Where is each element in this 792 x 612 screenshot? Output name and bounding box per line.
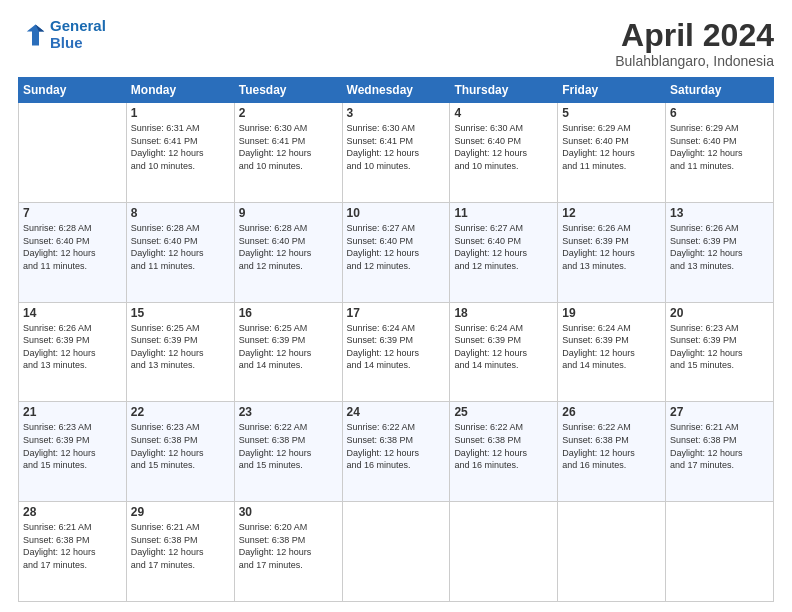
day-info: Sunrise: 6:30 AM Sunset: 6:40 PM Dayligh… xyxy=(454,122,553,172)
day-number: 4 xyxy=(454,106,553,120)
col-saturday: Saturday xyxy=(666,78,774,103)
col-monday: Monday xyxy=(126,78,234,103)
calendar-week-3: 14Sunrise: 6:26 AM Sunset: 6:39 PM Dayli… xyxy=(19,302,774,402)
table-row: 24Sunrise: 6:22 AM Sunset: 6:38 PM Dayli… xyxy=(342,402,450,502)
day-number: 10 xyxy=(347,206,446,220)
day-info: Sunrise: 6:23 AM Sunset: 6:39 PM Dayligh… xyxy=(670,322,769,372)
logo: General Blue xyxy=(18,18,106,51)
table-row: 9Sunrise: 6:28 AM Sunset: 6:40 PM Daylig… xyxy=(234,202,342,302)
table-row xyxy=(342,502,450,602)
day-info: Sunrise: 6:27 AM Sunset: 6:40 PM Dayligh… xyxy=(454,222,553,272)
day-number: 7 xyxy=(23,206,122,220)
table-row: 8Sunrise: 6:28 AM Sunset: 6:40 PM Daylig… xyxy=(126,202,234,302)
table-row: 10Sunrise: 6:27 AM Sunset: 6:40 PM Dayli… xyxy=(342,202,450,302)
day-info: Sunrise: 6:21 AM Sunset: 6:38 PM Dayligh… xyxy=(23,521,122,571)
day-number: 12 xyxy=(562,206,661,220)
table-row: 22Sunrise: 6:23 AM Sunset: 6:38 PM Dayli… xyxy=(126,402,234,502)
day-info: Sunrise: 6:26 AM Sunset: 6:39 PM Dayligh… xyxy=(562,222,661,272)
title-block: April 2024 Bulahblangaro, Indonesia xyxy=(615,18,774,69)
day-number: 2 xyxy=(239,106,338,120)
table-row: 27Sunrise: 6:21 AM Sunset: 6:38 PM Dayli… xyxy=(666,402,774,502)
page: General Blue April 2024 Bulahblangaro, I… xyxy=(0,0,792,612)
table-row: 3Sunrise: 6:30 AM Sunset: 6:41 PM Daylig… xyxy=(342,103,450,203)
table-row: 14Sunrise: 6:26 AM Sunset: 6:39 PM Dayli… xyxy=(19,302,127,402)
col-wednesday: Wednesday xyxy=(342,78,450,103)
svg-marker-0 xyxy=(27,24,45,45)
logo-icon xyxy=(18,21,46,49)
day-info: Sunrise: 6:23 AM Sunset: 6:39 PM Dayligh… xyxy=(23,421,122,471)
day-info: Sunrise: 6:25 AM Sunset: 6:39 PM Dayligh… xyxy=(131,322,230,372)
day-info: Sunrise: 6:28 AM Sunset: 6:40 PM Dayligh… xyxy=(131,222,230,272)
table-row xyxy=(558,502,666,602)
col-friday: Friday xyxy=(558,78,666,103)
day-info: Sunrise: 6:24 AM Sunset: 6:39 PM Dayligh… xyxy=(347,322,446,372)
col-sunday: Sunday xyxy=(19,78,127,103)
day-number: 9 xyxy=(239,206,338,220)
day-info: Sunrise: 6:22 AM Sunset: 6:38 PM Dayligh… xyxy=(347,421,446,471)
table-row: 12Sunrise: 6:26 AM Sunset: 6:39 PM Dayli… xyxy=(558,202,666,302)
calendar-week-5: 28Sunrise: 6:21 AM Sunset: 6:38 PM Dayli… xyxy=(19,502,774,602)
table-row: 1Sunrise: 6:31 AM Sunset: 6:41 PM Daylig… xyxy=(126,103,234,203)
day-number: 13 xyxy=(670,206,769,220)
day-number: 26 xyxy=(562,405,661,419)
day-number: 23 xyxy=(239,405,338,419)
day-number: 6 xyxy=(670,106,769,120)
day-number: 14 xyxy=(23,306,122,320)
day-info: Sunrise: 6:22 AM Sunset: 6:38 PM Dayligh… xyxy=(239,421,338,471)
table-row: 29Sunrise: 6:21 AM Sunset: 6:38 PM Dayli… xyxy=(126,502,234,602)
day-number: 24 xyxy=(347,405,446,419)
day-number: 29 xyxy=(131,505,230,519)
day-number: 18 xyxy=(454,306,553,320)
table-row: 11Sunrise: 6:27 AM Sunset: 6:40 PM Dayli… xyxy=(450,202,558,302)
table-row: 18Sunrise: 6:24 AM Sunset: 6:39 PM Dayli… xyxy=(450,302,558,402)
table-row xyxy=(19,103,127,203)
col-tuesday: Tuesday xyxy=(234,78,342,103)
day-info: Sunrise: 6:29 AM Sunset: 6:40 PM Dayligh… xyxy=(562,122,661,172)
day-number: 5 xyxy=(562,106,661,120)
table-row xyxy=(666,502,774,602)
table-row xyxy=(450,502,558,602)
day-info: Sunrise: 6:28 AM Sunset: 6:40 PM Dayligh… xyxy=(239,222,338,272)
day-number: 21 xyxy=(23,405,122,419)
logo-text: General Blue xyxy=(50,18,106,51)
col-thursday: Thursday xyxy=(450,78,558,103)
day-info: Sunrise: 6:30 AM Sunset: 6:41 PM Dayligh… xyxy=(239,122,338,172)
day-number: 8 xyxy=(131,206,230,220)
day-info: Sunrise: 6:22 AM Sunset: 6:38 PM Dayligh… xyxy=(562,421,661,471)
calendar-table: Sunday Monday Tuesday Wednesday Thursday… xyxy=(18,77,774,602)
day-number: 27 xyxy=(670,405,769,419)
table-row: 17Sunrise: 6:24 AM Sunset: 6:39 PM Dayli… xyxy=(342,302,450,402)
table-row: 21Sunrise: 6:23 AM Sunset: 6:39 PM Dayli… xyxy=(19,402,127,502)
day-number: 17 xyxy=(347,306,446,320)
table-row: 23Sunrise: 6:22 AM Sunset: 6:38 PM Dayli… xyxy=(234,402,342,502)
table-row: 25Sunrise: 6:22 AM Sunset: 6:38 PM Dayli… xyxy=(450,402,558,502)
calendar-week-4: 21Sunrise: 6:23 AM Sunset: 6:39 PM Dayli… xyxy=(19,402,774,502)
day-info: Sunrise: 6:23 AM Sunset: 6:38 PM Dayligh… xyxy=(131,421,230,471)
month-year: April 2024 xyxy=(615,18,774,53)
day-info: Sunrise: 6:21 AM Sunset: 6:38 PM Dayligh… xyxy=(131,521,230,571)
day-number: 3 xyxy=(347,106,446,120)
table-row: 20Sunrise: 6:23 AM Sunset: 6:39 PM Dayli… xyxy=(666,302,774,402)
day-info: Sunrise: 6:29 AM Sunset: 6:40 PM Dayligh… xyxy=(670,122,769,172)
day-number: 28 xyxy=(23,505,122,519)
table-row: 26Sunrise: 6:22 AM Sunset: 6:38 PM Dayli… xyxy=(558,402,666,502)
table-row: 30Sunrise: 6:20 AM Sunset: 6:38 PM Dayli… xyxy=(234,502,342,602)
day-info: Sunrise: 6:31 AM Sunset: 6:41 PM Dayligh… xyxy=(131,122,230,172)
table-row: 28Sunrise: 6:21 AM Sunset: 6:38 PM Dayli… xyxy=(19,502,127,602)
calendar-week-1: 1Sunrise: 6:31 AM Sunset: 6:41 PM Daylig… xyxy=(19,103,774,203)
table-row: 16Sunrise: 6:25 AM Sunset: 6:39 PM Dayli… xyxy=(234,302,342,402)
location: Bulahblangaro, Indonesia xyxy=(615,53,774,69)
day-info: Sunrise: 6:30 AM Sunset: 6:41 PM Dayligh… xyxy=(347,122,446,172)
header: General Blue April 2024 Bulahblangaro, I… xyxy=(18,18,774,69)
table-row: 2Sunrise: 6:30 AM Sunset: 6:41 PM Daylig… xyxy=(234,103,342,203)
table-row: 13Sunrise: 6:26 AM Sunset: 6:39 PM Dayli… xyxy=(666,202,774,302)
day-number: 30 xyxy=(239,505,338,519)
day-info: Sunrise: 6:22 AM Sunset: 6:38 PM Dayligh… xyxy=(454,421,553,471)
table-row: 15Sunrise: 6:25 AM Sunset: 6:39 PM Dayli… xyxy=(126,302,234,402)
table-row: 5Sunrise: 6:29 AM Sunset: 6:40 PM Daylig… xyxy=(558,103,666,203)
day-info: Sunrise: 6:26 AM Sunset: 6:39 PM Dayligh… xyxy=(23,322,122,372)
day-number: 11 xyxy=(454,206,553,220)
day-number: 19 xyxy=(562,306,661,320)
day-info: Sunrise: 6:28 AM Sunset: 6:40 PM Dayligh… xyxy=(23,222,122,272)
day-number: 20 xyxy=(670,306,769,320)
